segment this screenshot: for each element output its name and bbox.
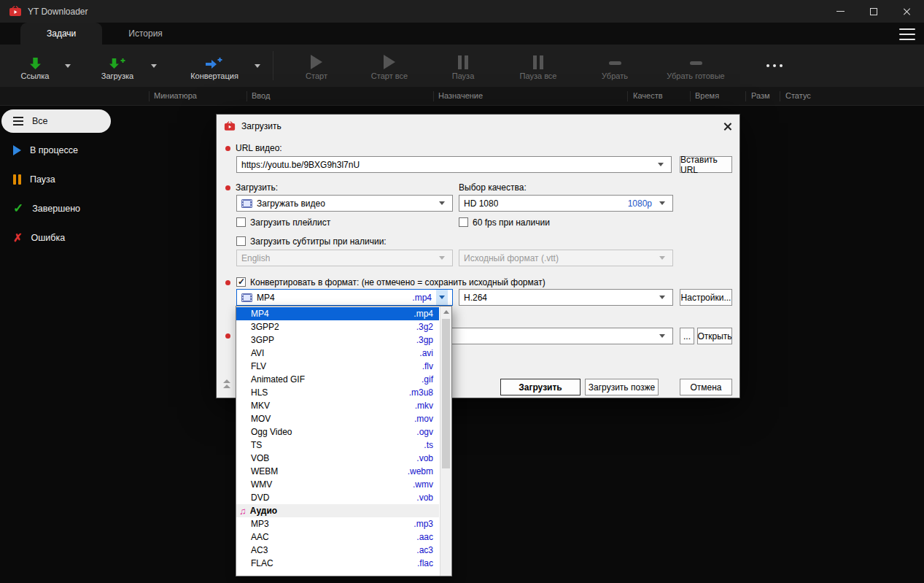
scroll-up-icon[interactable] [440,306,452,317]
column-time[interactable]: Время [695,91,719,100]
subtitle-language-select: English [236,250,453,266]
format-select[interactable]: MP4 .mp4 [236,289,453,306]
tab-bar: Задачи История [0,23,924,45]
format-option-gif[interactable]: Animated GIF.gif [236,373,439,386]
url-label: URL видео: [236,143,282,153]
film-icon [241,199,252,208]
tab-history[interactable]: История [102,23,189,45]
sidebar-item-paused[interactable]: Пауза [1,168,111,191]
chevron-down-icon[interactable] [656,290,668,305]
pause-all-icon [533,52,543,69]
play-icon [13,145,21,155]
convert-plus-icon [206,52,223,69]
chevron-down-icon [656,250,668,266]
download-submit-button[interactable]: Загрузить [500,379,581,395]
format-option-hls[interactable]: HLS.m3u8 [236,386,439,399]
cancel-button[interactable]: Отмена [680,379,732,395]
chevron-down-icon[interactable] [655,157,667,172]
url-input[interactable]: https://youtu.be/9BXG9h3l7nU [236,156,672,173]
sidebar-item-all[interactable]: Все [1,109,111,133]
quality-select[interactable]: HD 1080 1080p [459,195,673,212]
start-all-button: Старт все [355,45,424,86]
column-quality[interactable]: Качеств [633,91,663,100]
convert-checkbox[interactable] [236,277,246,287]
column-status[interactable]: Статус [785,91,811,100]
remove-done-button: Убрать готовые [651,45,740,86]
collapse-panel-icon[interactable] [223,379,230,388]
more-button[interactable] [766,45,783,86]
open-button[interactable]: Открыть [697,328,732,344]
convert-dropdown-chevron[interactable] [248,45,267,86]
tab-tasks[interactable]: Задачи [20,23,102,45]
sidebar-item-error[interactable]: ✗ Ошибка [1,226,111,250]
format-option-mp3[interactable]: MP3.mp3 [236,517,439,530]
fps-label[interactable]: 60 fps при наличии [473,217,550,228]
format-option-webm[interactable]: WEBM.webm [236,465,439,478]
format-option-mov[interactable]: MOV.mov [236,412,439,425]
pause-icon [458,52,468,69]
chevron-down-icon[interactable] [436,290,448,305]
chevron-down-icon [436,250,448,266]
column-destination[interactable]: Назначение [438,91,483,100]
format-options: MP4.mp4 3GPP2.3g2 3GPP.3gp AVI.avi FLV.f… [236,307,439,570]
paste-url-button[interactable]: Вставить URL [680,156,732,173]
dialog-close-icon[interactable] [723,122,732,131]
chevron-down-icon[interactable] [656,196,668,211]
format-option-mkv[interactable]: MKV.mkv [236,399,439,412]
column-thumbnail[interactable]: Миниатюра [154,91,197,100]
chevron-down-icon[interactable] [656,328,668,344]
format-option-wmv[interactable]: WMV.wmv [236,478,439,491]
codec-select[interactable]: H.264 [459,289,673,306]
convert-label[interactable]: Конвертировать в формат: (не отмечено = … [250,277,546,287]
maximize-button[interactable] [857,0,890,23]
playlist-checkbox[interactable] [236,217,246,227]
close-button[interactable] [890,0,924,23]
format-option-flac[interactable]: FLAC.flac [236,557,439,570]
sidebar: Все В процессе Пауза ✓ Завершено ✗ Ошибк… [0,106,117,583]
fps-checkbox[interactable] [459,217,468,227]
dropdown-scrollbar[interactable] [440,306,451,576]
scrollbar-thumb[interactable] [442,319,450,468]
list-icon [13,120,23,122]
download-mode-select[interactable]: Загружать видео [236,195,453,212]
link-dropdown-chevron[interactable] [58,45,77,86]
download-later-button[interactable]: Загрузить позже [585,379,659,395]
play-all-icon [384,52,395,69]
browse-button[interactable]: ... [680,328,694,344]
format-option-ts[interactable]: TS.ts [236,439,439,452]
minimize-button[interactable] [823,0,857,23]
start-button: Старт [287,45,346,86]
format-option-mp4[interactable]: MP4.mp4 [236,307,439,320]
column-size[interactable]: Разм [751,91,770,100]
minimize-icon [836,11,845,12]
convert-button[interactable]: Конвертация [181,45,248,86]
sidebar-item-in-progress[interactable]: В процессе [1,139,111,162]
format-option-vob[interactable]: VOB.vob [236,452,439,465]
format-option-avi[interactable]: AVI.avi [236,347,439,360]
film-icon [241,293,252,302]
dialog-titlebar: Загрузить [217,115,739,138]
download-dropdown-chevron[interactable] [144,45,163,86]
playlist-label[interactable]: Загрузить плейлист [250,217,330,228]
settings-button[interactable]: Настройки... [680,289,732,306]
format-option-3gpp[interactable]: 3GPP.3gp [236,333,439,347]
format-option-ogv[interactable]: Ogg Video.ogv [236,425,439,439]
table-header-row: Миниатюра Ввод Назначение Качеств Время … [0,87,924,106]
link-button[interactable]: Ссылка [12,45,58,86]
subtitles-checkbox[interactable] [236,236,246,246]
column-input[interactable]: Ввод [252,91,270,100]
chevron-down-icon[interactable] [436,196,448,211]
format-option-dvd[interactable]: DVD.vob [236,491,439,504]
dialog-logo-icon [224,121,236,131]
format-option-flv[interactable]: FLV.flv [236,360,439,373]
subtitles-label[interactable]: Загрузить субтитры при наличии: [250,236,387,247]
format-dropdown-list: MP4.mp4 3GPP2.3g2 3GPP.3gp AVI.avi FLV.f… [236,306,452,576]
sidebar-item-completed[interactable]: ✓ Завершено [1,197,111,220]
download-button[interactable]: Загрузка [90,45,144,86]
format-option-3gpp2[interactable]: 3GPP2.3g2 [236,320,439,333]
format-option-ac3[interactable]: AC3.ac3 [236,544,439,557]
format-option-aac[interactable]: AAC.aac [236,530,439,544]
quality-badge: 1080p [628,198,652,209]
menu-button[interactable] [899,28,915,40]
subtitle-format-select: Исходный формат (.vtt) [459,250,673,266]
